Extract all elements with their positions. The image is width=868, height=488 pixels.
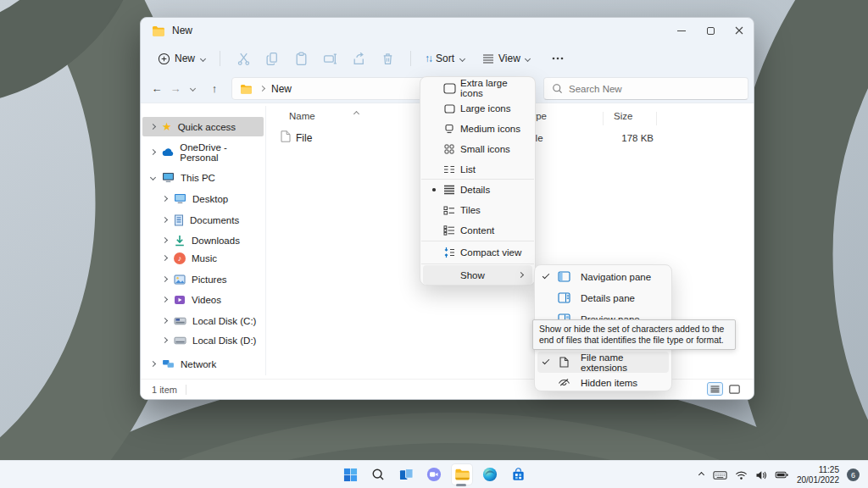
hidden-eye-icon: [556, 378, 571, 387]
sidebar-item-onedrive[interactable]: OneDrive - Personal: [142, 142, 264, 162]
tiles-view-icon: [442, 206, 457, 215]
submenu-item-details-pane[interactable]: Details pane: [537, 287, 669, 308]
rename-icon: [323, 52, 337, 66]
edge-button[interactable]: [480, 464, 500, 485]
breadcrumb-folder[interactable]: New: [271, 83, 292, 95]
sidebar-item-quick-access[interactable]: ★ Quick access: [142, 117, 264, 136]
menu-item-extra-large-icons[interactable]: Extra large icons: [423, 78, 532, 98]
sidebar-item-network[interactable]: Network: [142, 354, 264, 374]
submenu-item-label: Details pane: [581, 293, 635, 303]
forward-button[interactable]: →: [166, 77, 185, 100]
search-input[interactable]: [569, 84, 721, 94]
forward-arrow-icon: →: [170, 82, 181, 95]
touch-keyboard-icon[interactable]: [713, 470, 727, 480]
sidebar-item-local-disk-d[interactable]: Local Disk (D:): [142, 330, 264, 350]
sidebar-item-documents[interactable]: Documents: [142, 210, 264, 230]
back-arrow-icon: ←: [152, 82, 163, 95]
start-button[interactable]: [340, 464, 360, 485]
medium-icons-icon: [442, 124, 457, 134]
menu-item-label: Extra large icons: [460, 78, 532, 98]
task-view-button[interactable]: [396, 464, 416, 485]
menu-item-medium-icons[interactable]: Medium icons: [423, 119, 532, 139]
plus-circle-icon: [158, 53, 170, 65]
menu-item-details[interactable]: Details: [423, 180, 532, 200]
cloud-icon: [162, 148, 174, 157]
menu-item-list[interactable]: List: [423, 159, 532, 180]
details-view-toggle[interactable]: [707, 382, 723, 396]
recent-locations-button[interactable]: [185, 77, 200, 100]
maximize-button[interactable]: [696, 18, 725, 43]
task-view-icon: [399, 468, 414, 481]
search-button[interactable]: [368, 464, 388, 485]
menu-item-content[interactable]: Content: [423, 220, 532, 241]
system-tray: 11:25 20/01/2022 6: [698, 461, 860, 488]
volume-icon[interactable]: [755, 470, 767, 480]
view-dropdown-menu: Extra large icons Large icons Medium ico…: [420, 76, 536, 286]
music-note-icon: ♪: [174, 252, 186, 264]
share-button[interactable]: [344, 47, 373, 69]
sidebar-item-music[interactable]: ♪ Music: [142, 248, 264, 268]
more-options-button[interactable]: [547, 53, 569, 64]
battery-icon[interactable]: [775, 470, 789, 480]
close-button[interactable]: [725, 18, 754, 43]
column-separator[interactable]: [603, 112, 604, 125]
clock[interactable]: 11:25 20/01/2022: [797, 465, 839, 485]
scissors-icon: [236, 52, 251, 66]
sidebar-item-desktop[interactable]: Desktop: [142, 189, 264, 208]
copy-button[interactable]: [258, 47, 287, 69]
sidebar-item-this-pc[interactable]: This PC: [142, 168, 264, 187]
taskbar-center-icons: [340, 464, 528, 485]
up-button[interactable]: ↑: [205, 77, 224, 100]
menu-item-label: Details: [460, 185, 490, 195]
delete-button[interactable]: [373, 47, 402, 69]
minimize-button[interactable]: [667, 18, 696, 43]
ellipsis-icon: [552, 57, 564, 60]
view-button[interactable]: View: [477, 49, 537, 68]
tray-chevron-up-icon[interactable]: [698, 473, 705, 477]
file-explorer-button[interactable]: [452, 464, 472, 485]
menu-item-tiles[interactable]: Tiles: [423, 200, 532, 220]
file-name[interactable]: File: [296, 132, 312, 144]
chat-button[interactable]: [424, 464, 444, 485]
notification-count-badge[interactable]: 6: [847, 469, 860, 481]
file-row[interactable]: [281, 130, 292, 146]
window-title: New: [172, 25, 192, 36]
toolbar-separator: [410, 51, 411, 66]
wifi-icon[interactable]: [735, 470, 748, 480]
back-button[interactable]: ←: [147, 77, 166, 100]
sidebar-item-local-disk-c[interactable]: Local Disk (C:): [142, 311, 264, 330]
sidebar-item-downloads[interactable]: Downloads: [142, 230, 264, 250]
column-separator[interactable]: [656, 112, 657, 125]
cut-button[interactable]: [229, 47, 258, 69]
taskbar: 11:25 20/01/2022 6: [0, 460, 868, 488]
chevron-right-icon: [161, 256, 168, 260]
column-header-name[interactable]: Name: [289, 111, 315, 121]
title-bar[interactable]: New: [141, 18, 754, 43]
submenu-item-file-name-extensions[interactable]: File name extensions: [537, 352, 669, 373]
sort-button[interactable]: ↑↓ Sort: [420, 49, 470, 68]
sidebar-item-label: Downloads: [192, 236, 240, 246]
extra-large-icons-icon: [442, 83, 457, 94]
menu-item-show[interactable]: Show: [423, 265, 532, 285]
column-header-size[interactable]: Size: [614, 111, 632, 121]
menu-item-large-icons[interactable]: Large icons: [423, 98, 532, 119]
submenu-item-label: Navigation pane: [581, 272, 651, 282]
maximize-icon: [707, 27, 715, 35]
sort-arrows-icon: ↑↓: [425, 53, 431, 64]
submenu-item-navigation-pane[interactable]: Navigation pane: [537, 266, 669, 287]
sidebar-item-label: Videos: [192, 295, 221, 305]
content-view-icon: [442, 225, 457, 236]
search-box[interactable]: [543, 77, 748, 100]
menu-item-small-icons[interactable]: Small icons: [423, 139, 532, 159]
sidebar-item-pictures[interactable]: Pictures: [142, 269, 264, 289]
sidebar-item-videos[interactable]: Videos: [142, 290, 264, 309]
menu-item-label: Small icons: [460, 144, 510, 154]
rename-button[interactable]: [315, 47, 344, 69]
menu-item-compact-view[interactable]: Compact view: [423, 242, 532, 263]
store-button[interactable]: [508, 464, 528, 485]
large-icons-view-toggle[interactable]: [726, 382, 743, 396]
paste-button[interactable]: [287, 47, 315, 69]
submenu-item-hidden-items[interactable]: Hidden items: [537, 372, 669, 393]
new-button[interactable]: New: [153, 49, 211, 69]
menu-item-label: Tiles: [460, 205, 481, 215]
